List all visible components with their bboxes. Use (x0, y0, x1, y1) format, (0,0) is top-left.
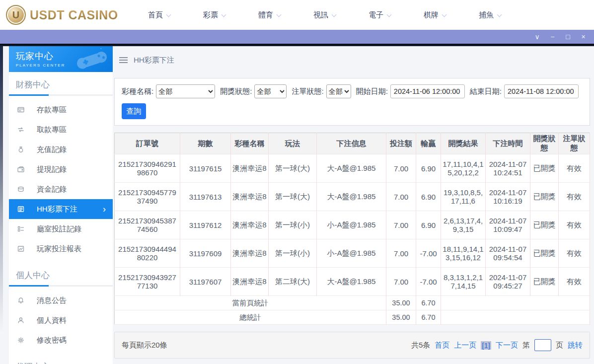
cell-bet-info: 大-A盤@1.985 (317, 183, 386, 211)
usdt-casino-logo[interactable]: U USDT CASINO (6, 5, 130, 25)
page-summary-label: 當前頁統計 (115, 296, 386, 310)
chevron-down-icon (497, 12, 502, 17)
sidebar-item-廳室投註記錄[interactable]: 廳室投註記錄 (9, 219, 113, 239)
window-controls: ∨−□× (529, 30, 591, 44)
cell-play-type: 第一球(大) (269, 183, 317, 211)
nav-item-label: 電子 (369, 10, 383, 19)
sidebar-item-資金記錄[interactable]: 資金記錄 (9, 179, 113, 199)
search-button[interactable]: 查詢 (122, 103, 146, 119)
chevron-down-icon[interactable]: ∨ (529, 30, 545, 44)
nav-item-3[interactable]: 視訊 (313, 10, 336, 20)
cell-bet-time: 2024-11-07 09:45:27 (486, 268, 530, 296)
main-content: HH彩票下注 彩種名稱: 全部 開獎狀態: 全部 注單狀態: 全部 開始日期: … (113, 46, 594, 364)
cell-win-loss: -7.00 (416, 268, 441, 296)
cell-lottery-name: 澳洲幸运8 (231, 268, 269, 296)
nav-item-label: 捕魚 (479, 10, 494, 19)
nav-item-0[interactable]: 首頁 (148, 10, 170, 20)
app-window: U USDT CASINO 首頁彩票體育視訊電子棋牌捕魚 ∨−□× 玩家中心 P… (0, 0, 594, 364)
lottery-list-icon (17, 205, 25, 213)
report-chart-icon (17, 245, 25, 253)
section-title-0: 財務中心 (9, 72, 113, 94)
draw-status-select[interactable]: 全部 (254, 84, 287, 98)
jump-action-link[interactable]: 跳转 (568, 341, 583, 350)
nav-item-label: 彩票 (203, 10, 218, 19)
cell-order-no: 2152173094449480220 (115, 239, 180, 268)
cell-bet-amount: 7.00 (386, 211, 416, 239)
lottery-name-select[interactable]: 全部 (156, 84, 215, 98)
cell-win-loss: 6.90 (416, 154, 441, 183)
minimize-icon[interactable]: − (545, 30, 560, 44)
cell-play-type: 第一球(小) (269, 239, 317, 268)
cell-period: 31197613 (180, 183, 231, 211)
sidebar-item-HH彩票下注[interactable]: HH彩票下注› (9, 199, 113, 219)
cell-order-status: 有效 (559, 154, 590, 183)
logo-text: USDT CASINO (30, 8, 118, 22)
menu-toggle-icon[interactable] (119, 56, 128, 65)
table-row: 215217309453877456031197612澳洲幸运8第一球(小)小-… (115, 211, 590, 239)
next-page-link[interactable]: 下一页 (496, 341, 518, 350)
sidebar-item-充值記錄[interactable]: 充值記錄 (9, 140, 113, 159)
user-icon (17, 316, 25, 324)
nav-item-5[interactable]: 棋牌 (424, 10, 446, 20)
cell-bet-time: 2024-11-07 10:09:47 (486, 211, 530, 239)
sidebar-item-玩家投注報表[interactable]: 玩家投注報表 (9, 239, 113, 259)
prev-page-link[interactable]: 上一页 (454, 341, 476, 350)
sidebar-item-存款專區[interactable]: 存款專區 (9, 100, 113, 120)
casino-emblem-icon: U (6, 5, 26, 25)
nav-item-2[interactable]: 體育 (258, 10, 281, 20)
cell-win-loss: 6.90 (416, 211, 441, 239)
start-date-label: 開始日期: (356, 87, 388, 96)
players-center-header: 玩家中心 PLAYERS CENTER (9, 46, 113, 72)
cell-order-status: 有效 (559, 268, 590, 296)
current-page-indicator[interactable]: [1] (481, 341, 491, 350)
pagination-bar: 每頁顯示20條 共5条 首页 上一页 [1] 下一页 第 页 跳转 (114, 332, 590, 359)
gamepad-icon (75, 48, 110, 72)
sidebar-item-修改密碼[interactable]: 修改密碼 (9, 330, 113, 350)
page-summary-empty (441, 296, 590, 310)
start-date-input[interactable] (390, 84, 465, 98)
sidebar-item-label: 廳室投註記錄 (37, 224, 81, 234)
sidebar-item-消息公告[interactable]: 消息公告 (9, 291, 113, 310)
total-summary-win-loss: 6.70 (416, 310, 441, 325)
nav-item-4[interactable]: 電子 (369, 10, 391, 20)
lottery-name-label: 彩種名稱: (122, 87, 153, 96)
bell-icon (17, 296, 25, 304)
table-header-row: 訂單號期數彩種名稱玩法下注信息投注額輸贏開獎結果下注時間開獎狀態注單狀態 (115, 133, 590, 154)
cell-order-no: 2152173094538774560 (115, 211, 180, 239)
sidebar-item-label: 修改密碼 (37, 336, 67, 345)
nav-item-label: 視訊 (313, 10, 328, 19)
cell-draw-result: 18,11,9,14,13,15,16,12 (441, 239, 486, 268)
end-date-input[interactable] (504, 84, 579, 98)
sidebar-item-個人資料[interactable]: 個人資料 (9, 310, 113, 330)
nav-item-1[interactable]: 彩票 (203, 10, 225, 20)
jump-page-input[interactable] (534, 339, 551, 351)
close-icon[interactable]: × (576, 30, 591, 44)
chevron-down-icon (277, 12, 282, 17)
sidebar-item-label: 資金記錄 (37, 185, 67, 194)
page-summary-row: 當前頁統計 35.00 6.70 (115, 296, 590, 310)
top-header: U USDT CASINO 首頁彩票體育視訊電子棋牌捕魚 (0, 0, 594, 30)
sidebar-item-label: 個人資料 (37, 316, 67, 325)
first-page-link[interactable]: 首页 (435, 341, 449, 350)
breadcrumb: HH彩票下注 (119, 53, 590, 67)
cell-play-type: 第二球(大) (269, 268, 317, 296)
cell-bet-amount: 7.00 (386, 239, 416, 268)
total-summary-label: 總統計 (115, 310, 386, 325)
end-date-label: 結束日期: (470, 87, 502, 96)
cell-lottery-name: 澳洲幸运8 (231, 211, 269, 239)
cell-order-status: 有效 (559, 211, 590, 239)
section-rule (9, 285, 113, 287)
order-status-select[interactable]: 全部 (326, 84, 351, 98)
sidebar-item-取款專區[interactable]: 取款專區 (9, 120, 113, 140)
sidebar-item-提現記錄[interactable]: 提現記錄 (9, 159, 113, 179)
nav-item-label: 棋牌 (424, 10, 439, 19)
nav-item-6[interactable]: 捕魚 (479, 10, 501, 20)
left-edge-strip (0, 46, 3, 364)
cell-bet-info: 大-A盤@1.985 (317, 268, 386, 296)
table-row: 215217309444948022031197609澳洲幸运8第一球(小)小-… (115, 239, 590, 268)
cell-period: 31197609 (180, 239, 231, 268)
total-summary-empty (441, 310, 590, 325)
page-size-text: 每頁顯示20條 (122, 341, 167, 350)
cell-period: 31197612 (180, 211, 231, 239)
maximize-icon[interactable]: □ (560, 30, 576, 44)
